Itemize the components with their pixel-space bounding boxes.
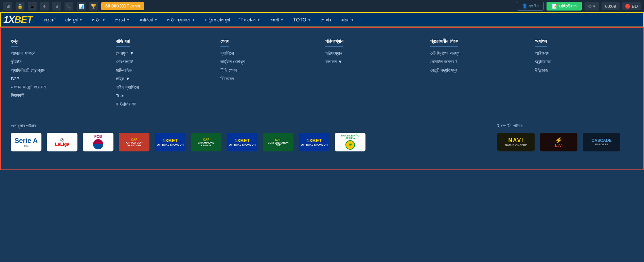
multilive-link[interactable]: মাল্টি-লাইভ	[116, 68, 132, 73]
nav-toto[interactable]: TOTO ▼	[288, 12, 316, 27]
nav-live-casino[interactable]: লাইভ ক্যাসিনো ▼	[162, 12, 200, 27]
chevron-down-icon: ▼	[102, 18, 105, 22]
list-item: টিভি গেমস	[220, 67, 319, 73]
esports-partners: ই-স্পোর্টস পার্টনার: NAVI NATUS VINCERE …	[497, 123, 633, 151]
list-item: ভার্চুয়াল খেলাধুলা	[220, 59, 319, 65]
register-button[interactable]: 📝 রেজিস্ট্রেশন	[547, 2, 582, 11]
footer-col-betting-heading: বাজি ধরা	[116, 38, 130, 47]
1xbet-champ-logo: 1XBET OFFICIAL SPONSOR	[227, 133, 257, 151]
nav-cricket[interactable]: ক্রিকেট	[39, 12, 60, 27]
rules-link[interactable]: নিয়মাবলী	[11, 93, 24, 98]
fcb-logo: FCB	[83, 133, 113, 151]
statistics-link[interactable]: পরিসংখ্যান	[325, 51, 342, 56]
sports-link[interactable]: খেলাধুলা ▼	[116, 51, 134, 56]
sports-partners: খেলাধুলার পার্টনার: Serie A TIM ⚽ LaLiga	[11, 123, 487, 151]
nav-tv-games-label: টিভি গেমস	[239, 17, 256, 23]
contacts-link[interactable]: কন্টাক্টস	[11, 59, 21, 64]
nav-sports[interactable]: খেলাধুলা ▼	[60, 12, 87, 27]
about-link[interactable]: আমাদের সম্পর্কে	[11, 51, 35, 56]
telegram-icon[interactable]: ✈	[40, 2, 49, 11]
login-button[interactable]: 👤 লগ ইন	[517, 2, 544, 11]
casino-link[interactable]: ক্যাসিনো	[220, 51, 234, 56]
trophy-icon[interactable]: 🏆	[89, 2, 98, 11]
nav-live-label: লাইভ	[92, 17, 101, 23]
b2b-link[interactable]: B2B	[11, 76, 20, 81]
footer-col-info-list: আমাদের সম্পর্কে কন্টাক্টস অ্যাফিলিয়েট প…	[11, 50, 109, 98]
financials-link[interactable]: ফাইনান্সিয়ালস	[116, 101, 136, 107]
chevron-down-icon: ▼	[192, 18, 195, 22]
nav-more-label: আরও	[341, 17, 350, 23]
nav-sports-label: খেলাধুলা	[65, 17, 78, 23]
esports-partners-label: ই-স্পোর্টস পার্টনার:	[497, 123, 633, 129]
bonus-button[interactable]: 60 000 XOF বোনাস	[101, 2, 144, 10]
chevron-down-icon: ▼	[280, 18, 284, 22]
footer-col-stats-heading: পরিসংখ্যান	[325, 38, 343, 47]
nav-toto-label: TOTO	[293, 17, 306, 22]
navi-red-logo: ⚡ NaVi	[540, 133, 577, 151]
mobile-icon[interactable]: 📱	[28, 2, 37, 11]
nav-poker-label: পোকার	[321, 17, 331, 23]
nav-virtual[interactable]: ভার্চুয়াল খেলাধুলা	[200, 12, 235, 27]
footer-col-info-heading: তথ্য	[11, 38, 18, 47]
payment-link[interactable]: পেমেন্ট পদ্ধতিসমূহ	[430, 68, 458, 73]
footer-col-betting-list: খেলাধুলা ▼ মোরগলড়াই মাল্টি-লাইভ লাইভ ▼ …	[116, 50, 214, 107]
bitcoin-link[interactable]: বিটকয়েন	[220, 76, 234, 81]
ios-link[interactable]: আইওএস	[535, 51, 549, 56]
affiliate-link[interactable]: অ্যাফিলিয়েট প্রোগ্রাম	[11, 68, 45, 73]
windows-link[interactable]: উইন্ডোজ	[535, 68, 548, 73]
list-item: বেট স্লিপের অবস্থা	[430, 50, 529, 56]
partners-section: খেলাধুলার পার্টনার: Serie A TIM ⚽ LaLiga	[7, 120, 637, 155]
top-bar: 🖥 🔒 📱 ✈ $ 📞 📊 🏆 60 000 XOF বোনাস 👤 লগ ইন…	[0, 0, 644, 12]
la-liga-logo: ⚽ LaLiga	[47, 133, 77, 151]
nav-bingo[interactable]: বিংগো ▼	[265, 12, 288, 27]
list-item: আমাদের সম্পর্কে	[11, 50, 109, 56]
live-link[interactable]: লাইভ ▼	[116, 76, 130, 81]
dollar-icon[interactable]: $	[52, 2, 61, 11]
language-selector[interactable]: 🔴 BD	[622, 2, 641, 10]
agent-link[interactable]: একজন আজেন্ট হয়ে যান	[11, 84, 46, 89]
footer-col-links-list: বেট স্লিপের অবস্থা মোবাইল সংস্করণ পেমেন্…	[430, 50, 529, 73]
footer-col-links-heading: প্রয়োজনীয় লিংক	[430, 38, 458, 47]
betslip-link[interactable]: বেট স্লিপের অবস্থা	[430, 51, 461, 56]
tv-games-link[interactable]: টিভি গেমস	[220, 68, 237, 73]
footer-col-apps: অ্যাপস আইওএস অ্যান্ড্রয়েড উইন্ডোজ	[535, 38, 633, 110]
virtual-sports-link[interactable]: ভার্চুয়াল খেলাধুলা	[220, 59, 246, 64]
mobile-version-link[interactable]: মোবাইল সংস্করণ	[430, 59, 457, 64]
main-content: তথ্য আমাদের সম্পর্কে কন্টাক্টস অ্যাফিলিয…	[0, 27, 644, 170]
settings-button[interactable]: ⚙ ▾	[585, 2, 599, 11]
chart-icon[interactable]: 📊	[77, 2, 86, 11]
monitor-icon[interactable]: 🖥	[3, 2, 12, 11]
footer-col-links: প্রয়োজনীয় লিংক বেট স্লিপের অবস্থা মোবা…	[430, 38, 529, 110]
nav-casino-label: ক্যাসিনো	[139, 17, 153, 23]
lock-icon[interactable]: 🔒	[16, 2, 24, 11]
list-item: পরিসংখ্যান	[325, 50, 424, 56]
nav-bingo-label: বিংগো	[270, 17, 279, 23]
nav-casino[interactable]: ক্যাসিনো ▼	[135, 12, 162, 27]
1xbet-caf-logo: 1XBET OFFICIAL SPONSOR	[155, 133, 185, 151]
chevron-down-icon: ▼	[308, 18, 311, 22]
chevron-down-icon: ▼	[351, 18, 354, 22]
android-link[interactable]: অ্যান্ড্রয়েড	[535, 59, 552, 64]
nav-tv-games[interactable]: টিভি গেমস ▼	[235, 12, 265, 27]
nav-more[interactable]: আরও ▼	[336, 12, 359, 27]
chevron-down-icon: ▼	[257, 18, 260, 22]
nav-live[interactable]: লাইভ ▼	[87, 12, 110, 27]
list-item: একজন আজেন্ট হয়ে যান	[11, 84, 109, 90]
list-item: ফলাফল ▼	[325, 59, 424, 65]
list-item: মোবাইল সংস্করণ	[430, 59, 529, 65]
toto-link[interactable]: Toto	[116, 93, 125, 98]
phone-icon[interactable]: 📞	[65, 2, 73, 11]
footer-col-apps-list: আইওএস অ্যান্ড্রয়েড উইন্ডোজ	[535, 50, 633, 73]
nav-promo[interactable]: প্রেমো ▼	[110, 12, 135, 27]
list-item: কন্টাক্টস	[11, 59, 109, 65]
results-link[interactable]: ফলাফল ▼	[325, 59, 342, 64]
nav-poker[interactable]: পোকার	[316, 12, 336, 27]
caf-africa-logo: CAF AFRICA CUP OF NATIONS	[119, 133, 149, 151]
logo[interactable]: 1XBET	[3, 14, 32, 25]
cockfight-link[interactable]: মোরগলড়াই	[116, 59, 133, 64]
footer-col-betting: বাজি ধরা খেলাধুলা ▼ মোরগলড়াই মাল্টি-লাই…	[116, 38, 214, 110]
list-item: B2B	[11, 76, 109, 81]
list-item: লাইভ ▼	[116, 76, 214, 82]
live-casino-link[interactable]: লাইভ ক্যাসিনো	[116, 85, 139, 90]
list-item: লাইভ ক্যাসিনো	[116, 84, 214, 90]
